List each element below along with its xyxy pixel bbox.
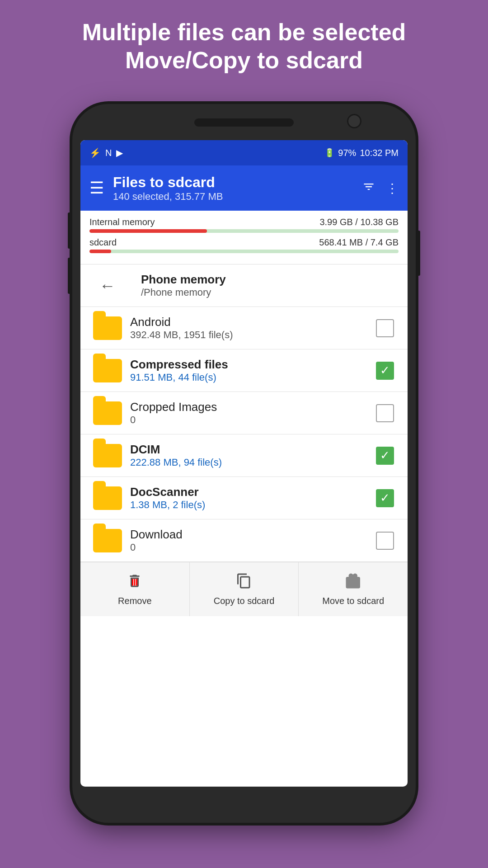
file-info: Cropped Images0 [126,400,371,426]
folder-icon-wrap [89,316,126,340]
checkbox-wrap[interactable]: ✓ [371,489,399,507]
status-bar: ⚡ N ▶ 🔋 97% 10:32 PM [80,140,408,165]
file-meta: 0 [130,542,371,553]
toolbar-actions: ⋮ [362,180,399,196]
file-name: Download [130,528,371,542]
file-name: Cropped Images [130,400,371,414]
storage-section: Internal memory 3.99 GB / 10.38 GB sdcar… [80,211,408,264]
sdcard-storage-row: sdcard 568.41 MB / 7.4 GB [89,237,399,253]
move-icon [345,573,361,593]
phone-speaker [194,118,294,127]
file-name: Compressed files [130,358,371,372]
file-list-item[interactable]: Download0 [80,519,408,562]
file-meta: 0 [130,414,371,426]
file-list-item[interactable]: Cropped Images0 [80,392,408,434]
file-list-item[interactable]: DocScanner1.38 MB, 2 file(s)✓ [80,477,408,519]
copy-to-sdcard-button[interactable]: Copy to sdcard [190,562,299,616]
battery-icon: 🔋 [324,148,334,158]
file-meta: 1.38 MB, 2 file(s) [130,499,371,511]
checkbox-wrap[interactable]: ✓ [371,362,399,380]
volume-down-button [68,258,72,294]
file-meta: 392.48 MB, 1951 file(s) [130,329,371,341]
folder-icon-wrap [89,529,126,552]
remove-icon [127,573,143,593]
file-list-item[interactable]: Compressed files91.51 MB, 44 file(s)✓ [80,349,408,392]
back-arrow-wrap: ← [89,276,126,295]
power-button [416,231,420,276]
file-info: Download0 [126,528,371,553]
internal-bar-fill [89,229,207,233]
file-meta: 222.88 MB, 94 file(s) [130,457,371,468]
file-checkbox[interactable] [376,532,394,550]
copy-icon [236,573,252,593]
toolbar-subtitle: 140 selected, 315.77 MB [113,191,353,203]
folder-icon [93,529,122,552]
internal-storage-bar [89,229,399,233]
internal-storage-row: Internal memory 3.99 GB / 10.38 GB [89,217,399,233]
folder-icon-wrap [89,444,126,467]
sdcard-value: 568.41 MB / 7.4 GB [319,237,399,248]
sdcard-label: sdcard [89,237,117,248]
status-left-icons: ⚡ N ▶ [89,147,123,158]
file-name: Android [130,315,371,329]
toolbar-title: Files to sdcard [113,174,353,191]
volume-up-button [68,212,72,249]
back-folder-name: Phone memory [141,273,399,287]
internal-label: Internal memory [89,217,155,227]
file-list-item[interactable]: DCIM222.88 MB, 94 file(s)✓ [80,434,408,477]
page-header: Multiple files can be selected Move/Copy… [0,18,488,75]
file-checkbox[interactable] [376,319,394,337]
sdcard-storage-bar [89,250,399,253]
move-to-sdcard-button[interactable]: Move to sdcard [299,562,408,616]
folder-icon [93,359,122,382]
checkbox-wrap[interactable] [371,532,399,550]
file-name: DocScanner [130,485,371,499]
checkbox-wrap[interactable]: ✓ [371,447,399,465]
file-rows-container: Android392.48 MB, 1951 file(s)Compressed… [80,307,408,562]
copy-label: Copy to sdcard [214,596,275,606]
back-folder-path: /Phone memory [141,287,399,298]
folder-icon [93,401,122,425]
file-name: DCIM [130,443,371,457]
filter-button[interactable] [362,180,375,196]
file-info: Android392.48 MB, 1951 file(s) [126,315,371,341]
checkbox-wrap[interactable] [371,319,399,337]
more-options-button[interactable]: ⋮ [386,181,399,196]
remove-label: Remove [118,596,151,606]
back-arrow-icon: ← [99,276,116,295]
header-line2: Move/Copy to sdcard [18,46,470,74]
back-navigation-item[interactable]: ← Phone memory /Phone memory [80,264,408,307]
file-info: Compressed files91.51 MB, 44 file(s) [126,358,371,383]
file-meta: 91.51 MB, 44 file(s) [130,372,371,383]
sdcard-bar-fill [89,250,111,253]
app-toolbar: ☰ Files to sdcard 140 selected, 315.77 M… [80,165,408,211]
folder-icon-wrap [89,486,126,510]
file-list: ← Phone memory /Phone memory Android392.… [80,264,408,562]
folder-icon [93,444,122,467]
file-info: DCIM222.88 MB, 94 file(s) [126,443,371,468]
folder-icon-wrap [89,401,126,425]
toolbar-title-area: Files to sdcard 140 selected, 315.77 MB [113,174,353,203]
status-right-area: 🔋 97% 10:32 PM [324,148,399,158]
file-checkbox[interactable]: ✓ [376,489,394,507]
folder-icon [93,486,122,510]
usb-icon: ⚡ [89,147,101,158]
battery-percent: 97% [338,148,356,158]
phone-camera [347,114,361,128]
file-checkbox[interactable] [376,404,394,422]
n-icon: N [105,148,112,158]
move-label: Move to sdcard [322,596,384,606]
checkbox-wrap[interactable] [371,404,399,422]
remove-button[interactable]: Remove [80,562,190,616]
header-line1: Multiple files can be selected [18,18,470,46]
youtube-icon: ▶ [116,147,123,158]
file-info: DocScanner1.38 MB, 2 file(s) [126,485,371,511]
back-item-info: Phone memory /Phone memory [136,273,399,298]
folder-icon-wrap [89,359,126,382]
clock: 10:32 PM [360,148,399,158]
file-checkbox[interactable]: ✓ [376,362,394,380]
file-list-item[interactable]: Android392.48 MB, 1951 file(s) [80,307,408,349]
menu-button[interactable]: ☰ [89,179,104,198]
bottom-action-bar: Remove Copy to sdcard Move to sdcard [80,562,408,616]
file-checkbox[interactable]: ✓ [376,447,394,465]
